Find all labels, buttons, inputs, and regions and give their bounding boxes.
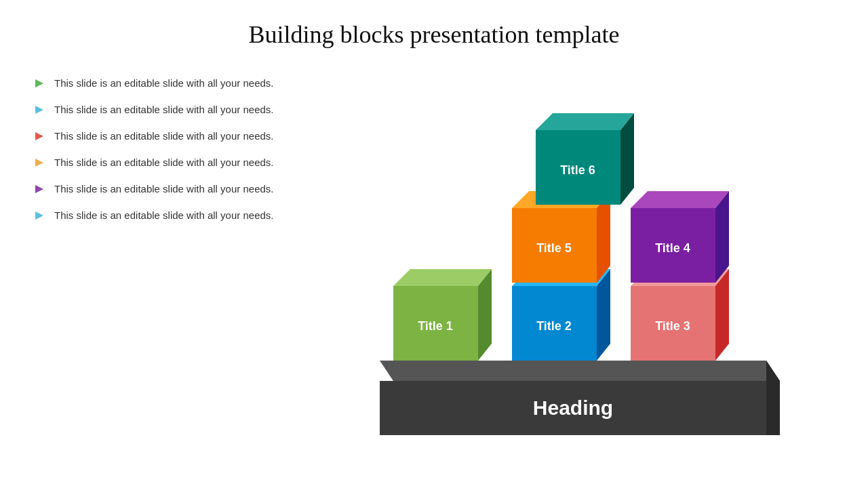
- block2-label: Title 2: [536, 319, 572, 333]
- content-area: This slide is an editable slide with all…: [34, 69, 834, 462]
- bullet-arrow-1: [34, 78, 45, 89]
- bullet-item-6: This slide is an editable slide with all…: [34, 208, 319, 222]
- svg-marker-3: [35, 159, 43, 167]
- blocks-svg: Heading Title 1 Title 2: [346, 76, 807, 455]
- block4-top: [631, 191, 729, 208]
- bullet-arrow-4: [34, 157, 45, 168]
- bullet-text-3: This slide is an editable slide with all…: [54, 129, 274, 143]
- base-top-face: [380, 361, 780, 381]
- svg-marker-4: [35, 185, 43, 193]
- right-panel: Heading Title 1 Title 2: [319, 69, 834, 462]
- blocks-scene: Heading Title 1 Title 2: [346, 76, 807, 455]
- block5-label: Title 5: [536, 241, 572, 255]
- base-heading-text: Heading: [533, 396, 613, 419]
- bullet-text-4: This slide is an editable slide with all…: [54, 155, 274, 169]
- bullet-item-1: This slide is an editable slide with all…: [34, 76, 319, 90]
- svg-marker-1: [35, 106, 43, 114]
- block6-top: [536, 113, 634, 130]
- block6-label: Title 6: [560, 163, 595, 177]
- bullet-item-2: This slide is an editable slide with all…: [34, 102, 319, 117]
- bullet-text-6: This slide is an editable slide with all…: [54, 208, 274, 222]
- block3-label: Title 3: [655, 319, 690, 333]
- bullet-arrow-2: [34, 104, 45, 115]
- bullet-arrow-5: [34, 184, 45, 195]
- svg-marker-2: [35, 132, 43, 140]
- block1-top: [393, 269, 492, 286]
- bullet-item-5: This slide is an editable slide with all…: [34, 182, 319, 196]
- base-side-face: [766, 361, 780, 435]
- bullet-text-5: This slide is an editable slide with all…: [54, 182, 274, 196]
- bullet-arrow-6: [34, 210, 45, 221]
- svg-marker-0: [35, 79, 43, 87]
- bullet-arrow-3: [34, 131, 45, 142]
- slide-title: Building blocks presentation template: [34, 20, 834, 49]
- slide: Building blocks presentation template Th…: [0, 0, 868, 488]
- bullet-text-2: This slide is an editable slide with all…: [54, 102, 274, 117]
- bullet-item-3: This slide is an editable slide with all…: [34, 129, 319, 143]
- block1-label: Title 1: [418, 319, 453, 333]
- bullet-text-1: This slide is an editable slide with all…: [54, 76, 274, 90]
- bullet-item-4: This slide is an editable slide with all…: [34, 155, 319, 169]
- svg-marker-5: [35, 211, 43, 220]
- left-panel: This slide is an editable slide with all…: [34, 69, 319, 462]
- block4-label: Title 4: [655, 241, 690, 255]
